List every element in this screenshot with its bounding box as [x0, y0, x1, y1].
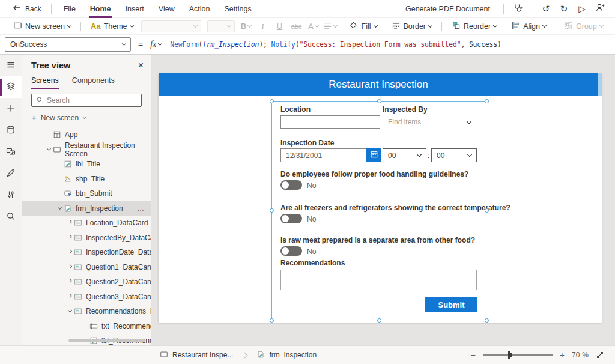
chevron-right-icon[interactable]: [67, 220, 71, 224]
datacard-icon: [74, 234, 82, 242]
chevron-down-icon[interactable]: [67, 308, 71, 312]
submit-button[interactable]: Submit: [425, 297, 477, 312]
fill-button[interactable]: Fill: [345, 18, 382, 35]
menu-item-insert[interactable]: Insert: [118, 0, 151, 18]
reorder-button[interactable]: Reorder: [447, 18, 501, 35]
breadcrumb-screen[interactable]: Restaurant Inspe...: [160, 350, 233, 360]
tree-item-InspectedBy_DataCard[interactable]: InspectedBy_DataCard: [22, 231, 151, 246]
tree-item-Restaurant Inspection Screen[interactable]: Restaurant Inspection Screen: [22, 142, 151, 157]
font-size-select[interactable]: [207, 20, 235, 32]
menu-item-settings[interactable]: Settings: [217, 0, 258, 18]
tab-screens[interactable]: Screens: [31, 76, 59, 89]
chevron-right-icon[interactable]: [67, 235, 71, 239]
chevron-down-icon[interactable]: [57, 205, 61, 210]
rail-item-power-automate[interactable]: [0, 163, 22, 184]
app-checker-button[interactable]: [509, 0, 527, 18]
chevron-right-icon[interactable]: [67, 264, 71, 268]
question1-toggle[interactable]: [280, 180, 302, 190]
rail-item-advanced-tools[interactable]: [0, 184, 22, 206]
formula-input[interactable]: NewForm(frm_Inspection); Notify("Success…: [170, 40, 501, 49]
bold-button[interactable]: B: [238, 18, 255, 35]
breadcrumb-form[interactable]: frm_Inspection: [256, 350, 317, 360]
chevron-right-icon[interactable]: [67, 279, 71, 283]
inspected-by-combobox[interactable]: Find items: [383, 115, 476, 129]
zoom-slider-handle[interactable]: [508, 351, 510, 359]
tree-item-App[interactable]: App: [22, 127, 151, 142]
underline-button[interactable]: U: [271, 18, 288, 35]
selection-handle-top-right[interactable]: [485, 99, 489, 103]
group-button[interactable]: Group: [559, 18, 608, 35]
horizontal-scrollbar[interactable]: [68, 339, 145, 342]
app-screen[interactable]: Restaurant Inspection Location Inspected…: [159, 73, 602, 323]
canvas-area[interactable]: Restaurant Inspection Location Inspected…: [151, 55, 615, 345]
tree-item-Question3_DataCard[interactable]: Question3_DataCard: [22, 290, 151, 305]
screen-title-bar[interactable]: Restaurant Inspection: [159, 73, 598, 96]
tree-item-txt_Recommendations[interactable]: txt_Recommendations: [22, 319, 151, 334]
font-family-select[interactable]: [141, 20, 201, 32]
tree-item-btn_Submit[interactable]: btn_Submit: [22, 186, 151, 201]
tree-item-Recommendations_DataCard[interactable]: Recommendations_DataCard: [22, 304, 151, 319]
fit-to-window-button[interactable]: [596, 351, 604, 359]
menu-item-action[interactable]: Action: [182, 0, 217, 18]
close-icon[interactable]: ×: [138, 61, 144, 70]
location-input[interactable]: [280, 115, 380, 129]
rail-item-search[interactable]: [0, 206, 22, 228]
search-input[interactable]: Search: [31, 94, 142, 107]
tree-view-title: Tree view: [31, 61, 138, 70]
undo-button[interactable]: ↺: [537, 0, 555, 18]
menu-item-file[interactable]: File: [56, 0, 83, 18]
theme-button[interactable]: Aa Theme: [86, 18, 138, 35]
generate-pdf-button[interactable]: Generate PDF Document: [397, 5, 498, 13]
zoom-in-button[interactable]: +: [560, 350, 565, 360]
hour-select[interactable]: 00: [383, 148, 426, 162]
strikethrough-button[interactable]: abc: [288, 18, 305, 35]
tab-components[interactable]: Components: [72, 76, 115, 89]
text-align-button[interactable]: [322, 18, 339, 35]
border-button[interactable]: Border: [387, 18, 437, 35]
chevron-down-icon[interactable]: [46, 147, 50, 151]
tree-item-Location_DataCard[interactable]: Location_DataCard: [22, 216, 151, 231]
share-user-button[interactable]: [591, 0, 609, 18]
fx-button[interactable]: fx: [150, 40, 162, 49]
selection-handle-bottom-left[interactable]: [270, 318, 274, 323]
property-select[interactable]: OnSuccess: [5, 37, 131, 52]
font-color-button[interactable]: A: [305, 18, 322, 35]
question2-toggle[interactable]: [280, 214, 302, 223]
question3-toggle[interactable]: [280, 246, 302, 256]
more-options-icon[interactable]: …: [137, 204, 145, 213]
selection-handle-mid-right[interactable]: [485, 208, 489, 213]
minute-select[interactable]: 00: [431, 148, 477, 162]
rail-item-tree-view[interactable]: [0, 76, 22, 98]
selection-handle-top-mid[interactable]: [377, 99, 381, 103]
italic-button[interactable]: I: [255, 18, 271, 35]
align-button[interactable]: Align: [506, 18, 551, 35]
selection-handle-bottom-right[interactable]: [485, 318, 489, 323]
menu-item-home[interactable]: Home: [83, 0, 118, 18]
chevron-right-icon[interactable]: [67, 249, 71, 253]
zoom-out-button[interactable]: −: [471, 350, 476, 360]
date-picker-button[interactable]: [366, 148, 381, 162]
rail-item-media[interactable]: [0, 141, 22, 163]
zoom-slider[interactable]: [483, 351, 553, 359]
tree-item-shp_Title[interactable]: shp_Title: [22, 172, 151, 187]
back-button[interactable]: Back: [7, 3, 46, 14]
tree-item-frm_Inspection[interactable]: frm_Inspection…: [22, 201, 151, 216]
menu-item-view[interactable]: View: [151, 0, 182, 18]
selection-handle-mid-left[interactable]: [270, 208, 274, 213]
rail-item-data[interactable]: [0, 120, 22, 141]
chevron-right-icon[interactable]: [67, 294, 71, 298]
tree-item-Question1_DataCard[interactable]: Question1_DataCard: [22, 260, 151, 275]
selection-handle-bottom-mid[interactable]: [377, 318, 381, 323]
recommendations-textarea[interactable]: [280, 270, 477, 290]
rail-item-menu[interactable]: [0, 55, 22, 76]
date-input[interactable]: 12/31/2001: [280, 148, 366, 162]
new-screen-tree-button[interactable]: + New screen: [31, 112, 141, 123]
new-screen-button[interactable]: New screen: [8, 18, 76, 35]
play-preview-button[interactable]: ▷: [573, 0, 591, 18]
redo-button[interactable]: ↻: [555, 0, 573, 18]
rail-item-insert[interactable]: [0, 98, 22, 120]
tree-item-lbl_Title[interactable]: lbl_Title: [22, 157, 151, 172]
tree-item-InspectionDate_DataCard[interactable]: InspectionDate_DataCard: [22, 245, 151, 260]
selection-handle-top-left[interactable]: [270, 99, 274, 103]
tree-item-Question2_DataCard[interactable]: Question2_DataCard: [22, 275, 151, 290]
